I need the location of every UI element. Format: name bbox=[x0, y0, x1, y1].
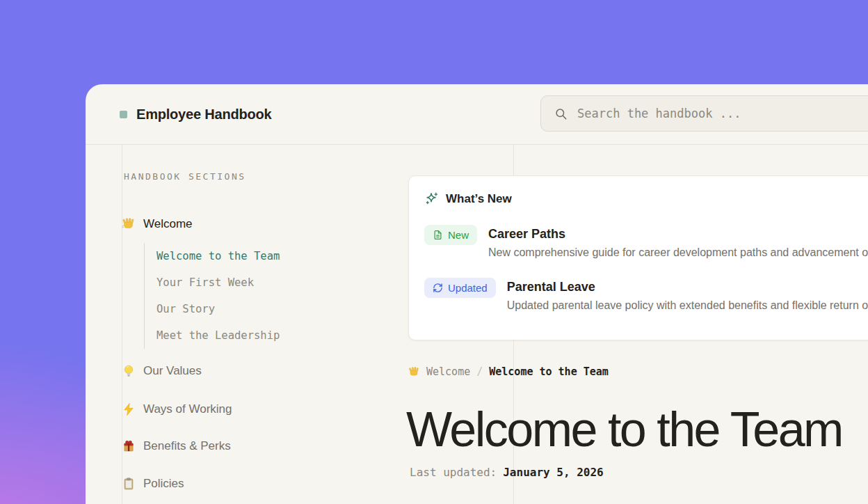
sidebar-item-label: Policies bbox=[143, 477, 184, 491]
sparkles-icon bbox=[424, 191, 439, 206]
whats-new-item-description: Updated parental leave policy with exten… bbox=[507, 299, 868, 312]
whats-new-item-career-paths[interactable]: New Career Paths New comprehensive guide… bbox=[424, 225, 867, 259]
breadcrumb-separator: / bbox=[476, 365, 483, 378]
breadcrumb-section[interactable]: Welcome bbox=[426, 365, 470, 378]
whats-new-item-title: Career Paths bbox=[488, 227, 868, 242]
sidebar-subitem-welcome-to-the-team[interactable]: Welcome to the Team bbox=[145, 243, 280, 269]
clipboard-emoji-icon bbox=[122, 477, 136, 491]
badge-label: New bbox=[448, 229, 469, 241]
last-updated-label: Last updated: bbox=[410, 466, 497, 479]
sidebar-item-ways-of-working[interactable]: Ways of Working bbox=[122, 400, 232, 418]
breadcrumb-current-page: Welcome to the Team bbox=[489, 365, 609, 378]
sidebar-item-label: Benefits & Perks bbox=[143, 439, 231, 453]
whats-new-title: What’s New bbox=[446, 192, 512, 206]
whats-new-header: What’s New bbox=[424, 191, 867, 206]
gift-emoji-icon bbox=[122, 439, 136, 453]
app-title: Employee Handbook bbox=[136, 107, 271, 123]
breadcrumb: Welcome / Welcome to the Team bbox=[408, 365, 609, 378]
sidebar-item-policies[interactable]: Policies bbox=[122, 475, 184, 493]
updated-badge: Updated bbox=[424, 278, 496, 298]
sidebar-sublist-welcome: Welcome to the Team Your First Week Our … bbox=[144, 243, 280, 349]
search-input[interactable] bbox=[577, 107, 868, 120]
badge-label: Updated bbox=[448, 282, 488, 294]
file-text-icon bbox=[433, 230, 443, 240]
bulb-emoji-icon bbox=[122, 364, 136, 378]
handbook-window: Employee Handbook HANDBOOK SECTIONS Welc… bbox=[86, 84, 868, 504]
sidebar-item-benefits-perks[interactable]: Benefits & Perks bbox=[122, 437, 231, 455]
refresh-icon bbox=[433, 283, 443, 293]
sidebar-item-label: Ways of Working bbox=[143, 402, 232, 416]
app-logo bbox=[120, 111, 127, 118]
sidebar-subitem-your-first-week[interactable]: Your First Week bbox=[145, 269, 280, 296]
sidebar-subitem-meet-the-leadership[interactable]: Meet the Leadership bbox=[145, 322, 280, 349]
whats-new-card: What’s New New Career Paths New comprehe… bbox=[408, 175, 868, 340]
whats-new-item-description: New comprehensive guide for career devel… bbox=[488, 246, 868, 259]
sidebar-subitem-our-story[interactable]: Our Story bbox=[145, 296, 280, 322]
new-badge: New bbox=[424, 225, 477, 245]
last-updated-value: January 5, 2026 bbox=[503, 466, 604, 479]
whats-new-item-title: Parental Leave bbox=[507, 280, 868, 294]
brand: Employee Handbook bbox=[120, 84, 271, 145]
sidebar-item-label: Welcome bbox=[143, 217, 193, 231]
sidebar-item-label: Our Values bbox=[143, 364, 202, 378]
wave-emoji-icon bbox=[408, 366, 420, 378]
whats-new-item-parental-leave[interactable]: Updated Parental Leave Updated parental … bbox=[424, 278, 867, 312]
wave-emoji-icon bbox=[122, 217, 136, 231]
top-header: Employee Handbook bbox=[86, 84, 868, 145]
page-background: Employee Handbook HANDBOOK SECTIONS Welc… bbox=[0, 0, 868, 504]
zap-emoji-icon bbox=[122, 402, 136, 416]
sidebar-item-our-values[interactable]: Our Values bbox=[122, 362, 202, 380]
sidebar-item-welcome[interactable]: Welcome bbox=[122, 215, 193, 233]
search-icon bbox=[554, 107, 568, 120]
sidebar-section-label: HANDBOOK SECTIONS bbox=[124, 171, 246, 182]
page-title: Welcome to the Team bbox=[406, 405, 842, 454]
last-updated: Last updated: January 5, 2026 bbox=[410, 466, 604, 479]
search-box[interactable] bbox=[540, 95, 868, 132]
